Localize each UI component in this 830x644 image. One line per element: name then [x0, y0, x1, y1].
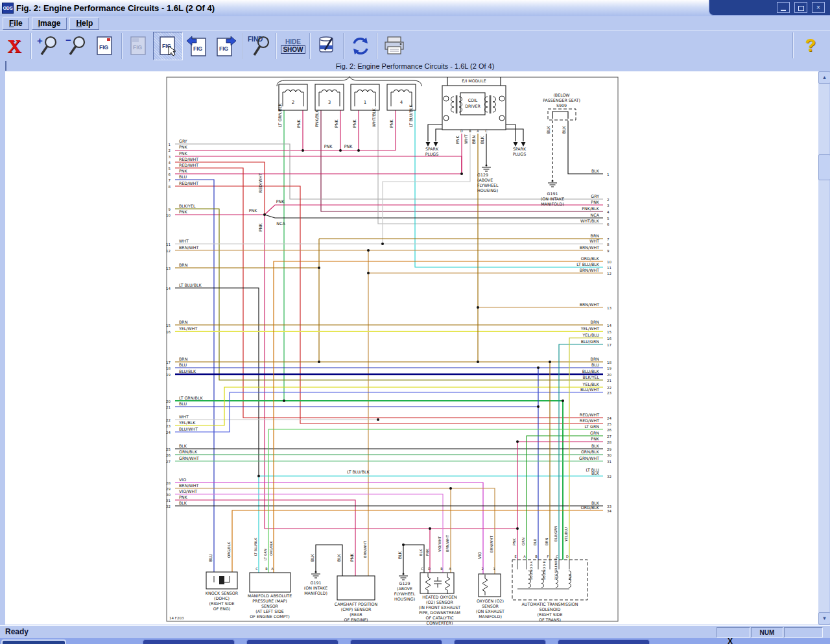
scroll-up-button[interactable]: ▲	[818, 71, 830, 84]
taskbar-button[interactable]	[558, 639, 650, 644]
svg-text:10: 10	[607, 260, 611, 264]
svg-text:(O2) SENSOR: (O2) SENSOR	[426, 600, 454, 604]
menu-image[interactable]: Image	[32, 18, 67, 30]
svg-text:OF ENGINE COMPT): OF ENGINE COMPT)	[250, 614, 290, 619]
svg-text:LT BLU/BLK: LT BLU/BLK	[347, 470, 370, 474]
svg-text:ORG/BLK: ORG/BLK	[581, 505, 600, 510]
print-button[interactable]	[380, 32, 409, 60]
svg-text:D: D	[428, 567, 431, 571]
svg-text:PNK: PNK	[344, 144, 353, 149]
svg-text:BLU: BLU	[179, 363, 187, 367]
svg-text:BLU/BLK: BLU/BLK	[582, 369, 600, 374]
svg-text:6: 6	[169, 173, 171, 176]
toolbar-separator	[242, 33, 243, 59]
svg-text:FIND: FIND	[248, 36, 263, 43]
figure-prev-icon: FIG	[185, 34, 209, 58]
svg-text:BRN: BRN	[471, 135, 476, 144]
figure-previous-view-button-disabled[interactable]: FIG	[124, 32, 153, 60]
svg-text:BLK/YEL: BLK/YEL	[179, 204, 196, 208]
restore-button[interactable]	[794, 2, 807, 13]
svg-text:MANIFOLD): MANIFOLD)	[479, 614, 502, 619]
svg-text:1: 1	[607, 173, 610, 176]
taskbar-button[interactable]	[246, 639, 338, 644]
figure-next-button[interactable]: FIG	[211, 32, 240, 60]
scroll-thumb[interactable]	[818, 154, 830, 180]
minimize-button[interactable]	[777, 2, 790, 13]
status-bar: Ready NUM	[0, 625, 830, 639]
taskbar-button[interactable]	[1, 639, 66, 644]
diagram-canvas[interactable]: 1GRY2PNK3PNK4RED/WHT5RED/WHT6PNK7BLU8RED…	[5, 71, 818, 625]
svg-text:15: 15	[607, 330, 611, 334]
svg-text:OXYGEN (O2): OXYGEN (O2)	[477, 599, 504, 603]
svg-text:PNK: PNK	[425, 549, 429, 556]
svg-text:19: 19	[607, 366, 611, 370]
refresh-button[interactable]	[346, 32, 375, 60]
menu-bar: File Image Help	[0, 16, 830, 30]
figure-previous-button[interactable]: FIG	[183, 32, 211, 60]
svg-text:8: 8	[607, 243, 610, 246]
taskbar-strip: X	[0, 638, 830, 644]
svg-text:28: 28	[607, 440, 611, 444]
svg-text:BLU/WHT: BLU/WHT	[580, 387, 599, 392]
svg-text:17: 17	[166, 361, 171, 364]
application-window: ODS Fig. 2: Engine Performance Circuits …	[0, 0, 830, 644]
svg-text:34: 34	[607, 509, 611, 513]
svg-text:27: 27	[607, 435, 611, 438]
menu-help[interactable]: Help	[69, 18, 99, 30]
taskbar-button[interactable]	[350, 639, 442, 644]
svg-text:BRN: BRN	[591, 357, 600, 361]
help-button[interactable]: ?	[796, 32, 825, 59]
svg-text:22: 22	[607, 386, 611, 390]
vertical-scrollbar[interactable]: ▲ ▼	[818, 71, 829, 625]
svg-text:F: F	[547, 555, 549, 558]
zoom-out-button[interactable]: −	[62, 32, 91, 60]
svg-text:OF TRANS): OF TRANS)	[539, 617, 561, 622]
taskbar-button[interactable]	[143, 639, 235, 644]
close-figure-button[interactable]: X	[0, 32, 29, 60]
svg-text:(DOHC): (DOHC)	[214, 596, 230, 601]
svg-text:WHT: WHT	[179, 239, 189, 243]
svg-text:33: 33	[607, 505, 611, 508]
svg-text:BLK: BLK	[337, 553, 341, 562]
figure-select-button-active[interactable]: FIG	[153, 32, 183, 60]
svg-text:LT BLU/BLK: LT BLU/BLK	[179, 283, 202, 287]
svg-text:RED/WHT: RED/WHT	[580, 412, 599, 417]
find-button[interactable]: FIND	[245, 32, 274, 60]
svg-text:3: 3	[169, 155, 171, 159]
close-button[interactable]: ×	[812, 2, 825, 13]
svg-text:(REAR: (REAR	[350, 612, 362, 617]
svg-text:ORG/BLK: ORG/BLK	[269, 541, 273, 556]
toolbar: X + − FIG	[0, 30, 830, 61]
svg-text:18: 18	[607, 361, 611, 364]
svg-text:30: 30	[166, 493, 171, 497]
svg-text:25: 25	[166, 447, 171, 451]
svg-text:BRN: BRN	[591, 233, 600, 238]
zoom-in-button[interactable]: +	[34, 32, 62, 60]
restore-icon	[798, 6, 804, 11]
svg-text:BRN/WHT: BRN/WHT	[179, 245, 198, 250]
svg-text:5: 5	[169, 167, 171, 171]
svg-text:PNK/BLK: PNK/BLK	[314, 109, 319, 127]
taskbar-button[interactable]	[454, 639, 546, 644]
svg-text:BLK: BLK	[310, 553, 314, 562]
menu-file[interactable]: File	[3, 18, 29, 30]
svg-text:(CMP) SENSOR: (CMP) SENSOR	[341, 607, 372, 612]
svg-text:HOUSING): HOUSING)	[477, 188, 498, 193]
svg-text:13: 13	[166, 267, 171, 270]
svg-text:10: 10	[166, 213, 171, 217]
scroll-down-button[interactable]: ▼	[818, 612, 830, 625]
svg-text:TCC SOLENOID: TCC SOLENOID	[554, 557, 558, 580]
figure-list-button[interactable]: FIG	[91, 32, 119, 60]
notes-button[interactable]	[313, 32, 341, 60]
wiring-diagram: 1GRY2PNK3PNK4RED/WHT5RED/WHT6PNK7BLU8RED…	[5, 71, 813, 625]
svg-text:E/I MODULE: E/I MODULE	[462, 78, 486, 83]
hide-show-button[interactable]: HIDE SHOW	[279, 32, 307, 60]
svg-text:BRN/WHT: BRN/WHT	[580, 245, 599, 250]
svg-text:16: 16	[166, 330, 171, 334]
close-icon: ×	[816, 5, 820, 11]
app-icon: ODS	[2, 3, 14, 14]
svg-text:CONVERTER): CONVERTER)	[427, 621, 453, 625]
svg-text:BLU/GRN: BLU/GRN	[554, 526, 558, 542]
svg-text:19: 19	[166, 373, 171, 377]
svg-text:SOLENOID A: SOLENOID A	[530, 561, 533, 580]
